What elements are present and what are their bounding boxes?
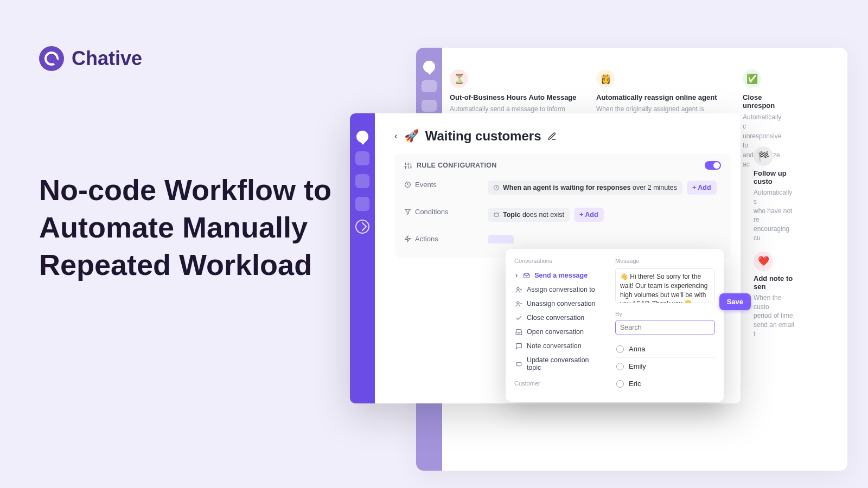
action-option-assign[interactable]: Assign conversation to — [514, 282, 605, 297]
svg-marker-11 — [405, 209, 411, 214]
message-icon — [515, 343, 522, 350]
page-title: Waiting customers — [425, 129, 541, 144]
chat-icon[interactable] — [423, 61, 435, 73]
card-desc: Automatically s who have not re encourag… — [754, 188, 797, 243]
rocket-icon: 🚀 — [404, 129, 419, 143]
agent-search-input[interactable] — [615, 320, 715, 335]
user-plus-icon — [515, 286, 522, 293]
card-title: Add note to sen — [754, 274, 797, 291]
sliders-icon — [404, 162, 412, 170]
radio-icon — [616, 363, 624, 370]
clock-icon — [493, 184, 500, 191]
edit-icon[interactable] — [547, 132, 557, 141]
message-textarea[interactable] — [615, 268, 715, 303]
inbox-icon — [515, 329, 522, 336]
card-title: Close unrespon — [743, 93, 786, 110]
zap-icon — [404, 235, 411, 242]
svg-rect-20 — [516, 362, 521, 365]
brand-logo: Chative — [39, 46, 142, 71]
nav-item[interactable] — [355, 197, 369, 211]
save-button[interactable]: Save — [719, 293, 751, 310]
action-option-send-message[interactable]: Send a message — [514, 268, 605, 282]
brand-name: Chative — [72, 47, 142, 70]
filter-icon — [404, 208, 411, 215]
event-chip[interactable]: When an agent is waiting for responses o… — [488, 181, 682, 195]
card-title: Automatically reassign online agent — [596, 93, 732, 101]
message-label: Message — [615, 258, 715, 264]
nav-item[interactable] — [355, 174, 369, 188]
add-event-button[interactable]: + Add — [687, 181, 717, 195]
action-option-open[interactable]: Open conversation — [514, 325, 605, 339]
conditions-label: Conditions — [404, 208, 486, 216]
svg-point-15 — [517, 287, 519, 290]
automation-icon[interactable] — [355, 220, 369, 234]
radio-icon — [616, 380, 624, 388]
rule-enabled-toggle[interactable] — [705, 161, 721, 170]
events-label: Events — [404, 181, 486, 189]
back-button[interactable]: ‹ — [394, 131, 398, 142]
tag-icon — [493, 211, 500, 218]
condition-chip[interactable]: Topic does not exist — [488, 208, 570, 222]
user-minus-icon — [515, 300, 522, 307]
by-label: By — [615, 311, 715, 317]
hourglass-icon: ⏳ — [450, 69, 468, 88]
card-title: Out-of-Business Hours Auto Message — [450, 93, 585, 101]
actions-label: Actions — [404, 235, 486, 243]
action-option-topic[interactable]: Update conversation topic — [514, 353, 605, 375]
hero-headline: No-code Workflow to Automate Manually Re… — [39, 171, 343, 284]
check-icon: ✅ — [743, 69, 761, 88]
nav-item[interactable] — [355, 151, 369, 165]
svg-rect-12 — [494, 213, 499, 216]
rule-panel: RULE CONFIGURATION Events When an agent … — [394, 153, 731, 258]
template-card[interactable]: 🏁 Follow up custo Automatically s who ha… — [754, 146, 797, 243]
popover-section-heading: Customer — [514, 380, 605, 387]
radio-icon — [616, 345, 624, 353]
agent-option[interactable]: Emily — [615, 358, 715, 375]
rear-nav-item[interactable] — [422, 100, 437, 112]
card-desc: When the custo period of time, send an e… — [754, 293, 797, 339]
rear-nav-item[interactable] — [422, 80, 437, 92]
popover-section-heading: Conversations — [514, 258, 605, 264]
check-icon — [515, 314, 522, 322]
action-tab-stub[interactable] — [488, 235, 514, 243]
action-option-unassign[interactable]: Unassign conversation — [514, 297, 605, 311]
rule-heading: RULE CONFIGURATION — [417, 162, 497, 169]
mail-icon — [523, 272, 530, 279]
heart-icon: ❤️ — [754, 252, 773, 271]
rule-editor-window: ‹ 🚀 Waiting customers RULE CONFIGURATION… — [350, 113, 741, 403]
card-title: Follow up custo — [754, 169, 797, 185]
tag-icon — [515, 361, 522, 368]
flag-icon: 🏁 — [754, 146, 773, 166]
agent-option[interactable]: Eric — [615, 375, 715, 392]
action-option-note[interactable]: Note conversation — [514, 339, 605, 353]
template-card[interactable]: ❤️ Add note to sen When the custo period… — [754, 252, 797, 339]
chat-bubble-icon — [39, 46, 64, 71]
action-option-close[interactable]: Close conversation — [514, 311, 605, 325]
person-icon: 👸 — [596, 69, 615, 88]
clock-icon — [404, 181, 411, 188]
add-condition-button[interactable]: + Add — [574, 208, 604, 222]
front-nav-rail — [350, 113, 375, 403]
svg-point-18 — [517, 301, 519, 304]
actions-popover: Conversations Send a message Assign conv… — [506, 249, 724, 402]
svg-marker-13 — [405, 236, 411, 242]
chat-icon[interactable] — [356, 131, 368, 143]
agent-option[interactable]: Anna — [615, 341, 715, 358]
